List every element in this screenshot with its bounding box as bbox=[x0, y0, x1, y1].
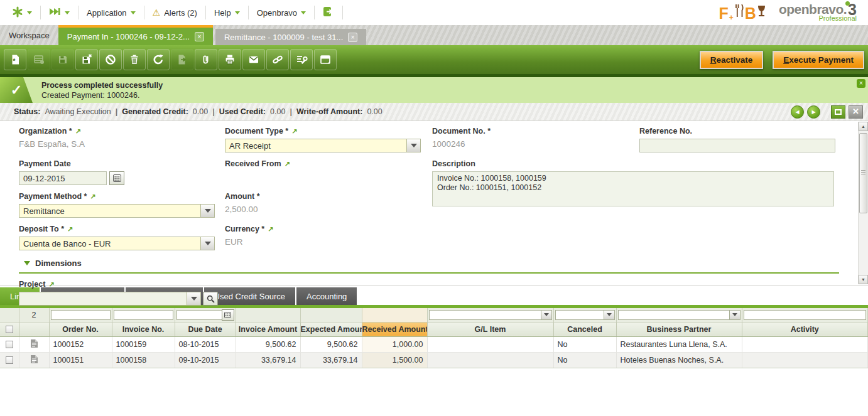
payment-date-input[interactable] bbox=[19, 171, 107, 185]
fnb-logo: F + B bbox=[719, 3, 766, 21]
link-icon bbox=[271, 53, 284, 66]
undo-button[interactable] bbox=[99, 49, 122, 70]
alerts-label: Alerts (2) bbox=[164, 8, 197, 18]
writeoff-amount-label: Write-off Amount: bbox=[296, 107, 363, 116]
link-arrow-icon[interactable]: ↗ bbox=[268, 225, 273, 233]
previous-record-button[interactable]: ◀ bbox=[791, 105, 804, 119]
print-icon bbox=[224, 53, 236, 66]
close-form-button[interactable]: ✕ bbox=[849, 105, 863, 119]
col-header-due-date[interactable]: Due Date bbox=[175, 322, 236, 336]
cell-business-partner: Hoteles Buenas Noches, S.A. bbox=[616, 352, 742, 368]
cell-invoice-no: 1000158 bbox=[112, 352, 175, 368]
col-header-received-amount[interactable]: Received Amount ▲ bbox=[362, 322, 427, 336]
reactivate-button[interactable]: Reactivate bbox=[700, 51, 764, 69]
logout-button[interactable] bbox=[315, 6, 343, 19]
col-header-gl-item[interactable]: G/L Item bbox=[427, 322, 553, 336]
message-title: Process completed successfully bbox=[41, 80, 163, 90]
payment-method-select[interactable]: Remittance bbox=[19, 204, 215, 218]
project-select[interactable] bbox=[19, 292, 201, 306]
chevron-down-icon bbox=[27, 11, 32, 14]
next-record-button[interactable]: ▶ bbox=[807, 105, 820, 119]
workspace-menu[interactable] bbox=[4, 6, 41, 19]
select-all-cell[interactable] bbox=[0, 322, 19, 336]
close-icon[interactable]: × bbox=[348, 33, 357, 42]
help-menu[interactable]: Help bbox=[206, 6, 249, 19]
openbravo-menu[interactable]: Openbravo bbox=[249, 6, 315, 19]
link-arrow-icon[interactable]: ↗ bbox=[67, 225, 73, 233]
execute-payment-button[interactable]: Execute Payment bbox=[773, 51, 864, 69]
scroll-down-button[interactable]: ▼ bbox=[859, 275, 868, 284]
select-all-checkbox[interactable] bbox=[6, 326, 13, 333]
process-success-message: ✓ Process completed successfully Created… bbox=[0, 74, 868, 103]
row-checkbox[interactable] bbox=[6, 341, 13, 348]
link-arrow-icon[interactable]: ↗ bbox=[285, 160, 290, 168]
document-type-select[interactable]: AR Receipt bbox=[225, 139, 421, 152]
maximize-icon bbox=[835, 109, 842, 115]
attachment-button[interactable] bbox=[195, 49, 217, 70]
link-button[interactable] bbox=[266, 49, 289, 70]
email-button[interactable] bbox=[242, 49, 265, 70]
deposit-to-select[interactable]: Cuenta de Banco - EUR bbox=[19, 237, 215, 250]
cell-received-amount[interactable]: 1,500.00 bbox=[362, 352, 427, 368]
top-menu-bar: Application ⚠ Alerts (2) Help Openbravo … bbox=[0, 0, 868, 25]
cell-activity bbox=[742, 336, 868, 352]
calendar-button[interactable] bbox=[109, 171, 124, 185]
link-arrow-icon[interactable]: ↗ bbox=[291, 127, 297, 136]
grid-row[interactable]: 1000151 1000158 09-10-2015 33,679.14 33,… bbox=[0, 352, 868, 368]
col-header-canceled[interactable]: Canceled bbox=[553, 322, 616, 336]
col-header-business-partner[interactable]: Business Partner bbox=[616, 322, 742, 336]
scrollbar-thumb[interactable] bbox=[859, 133, 867, 213]
col-header-expected-amount[interactable]: Expected Amount bbox=[300, 322, 362, 336]
openbravo-3: 3 bbox=[848, 3, 857, 16]
col-header-invoice-no[interactable]: Invoice No. bbox=[112, 322, 175, 336]
project-search-button[interactable] bbox=[203, 292, 218, 306]
cell-expected-amount: 33,679.14 bbox=[300, 352, 362, 368]
tab-workspace[interactable]: Workspace bbox=[0, 25, 58, 45]
field-reference-no: Reference No. bbox=[639, 127, 839, 154]
row-checkbox[interactable] bbox=[6, 356, 13, 364]
description-label: Description bbox=[432, 159, 475, 168]
reference-no-input[interactable] bbox=[639, 139, 835, 152]
grid-row[interactable]: 1000152 1000159 08-10-2015 9,500.62 9,50… bbox=[0, 336, 868, 352]
tab-remittance[interactable]: Remittance - 1000009 - test 31... × bbox=[215, 29, 366, 45]
dimensions-section-header[interactable]: Dimensions bbox=[19, 257, 839, 274]
alerts-menu[interactable]: ⚠ Alerts (2) bbox=[144, 6, 206, 19]
link-arrow-icon[interactable]: ↗ bbox=[90, 193, 95, 201]
chevron-down-icon[interactable] bbox=[406, 139, 420, 152]
application-menu[interactable]: Application bbox=[79, 6, 144, 19]
close-icon[interactable]: × bbox=[195, 32, 204, 41]
email-icon bbox=[247, 53, 260, 66]
form-scrollbar[interactable]: ▲ ▼ bbox=[858, 122, 868, 284]
link-arrow-icon[interactable]: ↗ bbox=[48, 280, 54, 289]
refresh-button[interactable] bbox=[147, 49, 170, 70]
col-header-invoice-amount[interactable]: Invoice Amount bbox=[236, 322, 300, 336]
chevron-down-icon[interactable] bbox=[200, 205, 214, 217]
maximize-form-button[interactable] bbox=[831, 105, 845, 119]
description-textarea[interactable]: Invoice No.: 1000158, 1000159 Order No.:… bbox=[432, 171, 834, 206]
chevron-down-icon[interactable] bbox=[187, 292, 200, 305]
save-and-close-button[interactable] bbox=[75, 49, 98, 70]
search-icon bbox=[207, 295, 215, 303]
message-close-button[interactable]: × bbox=[857, 79, 865, 88]
delete-button[interactable] bbox=[123, 49, 146, 70]
fnb-logo-plus: + bbox=[729, 14, 734, 21]
chevron-down-icon[interactable] bbox=[200, 237, 214, 250]
form-view-toggle-button[interactable] bbox=[314, 49, 337, 70]
amount-label: Amount * bbox=[225, 192, 260, 201]
record-toolbar: * bbox=[0, 45, 868, 74]
openbravo-menu-label: Openbravo bbox=[257, 8, 297, 18]
print-button[interactable] bbox=[219, 49, 241, 70]
cell-received-amount[interactable]: 1,000.00 bbox=[362, 336, 427, 352]
new-record-button[interactable]: * bbox=[4, 49, 26, 70]
scroll-up-button[interactable]: ▲ bbox=[859, 122, 868, 131]
tab-payment-in[interactable]: Payment In - 1000246 - 09-12-2... × bbox=[58, 25, 213, 45]
col-header-activity[interactable]: Activity bbox=[742, 322, 868, 336]
edit-grid-icon bbox=[33, 53, 45, 66]
openbravo-wordmark: openbravo. bbox=[779, 3, 847, 16]
col-header-order-no[interactable]: Order No. bbox=[49, 322, 112, 336]
quick-launch-menu[interactable] bbox=[41, 6, 79, 19]
cell-gl-item bbox=[427, 336, 553, 352]
audit-trail-button[interactable] bbox=[290, 49, 313, 70]
link-arrow-icon[interactable]: ↗ bbox=[75, 127, 81, 136]
payment-method-label: Payment Method * bbox=[19, 192, 87, 201]
